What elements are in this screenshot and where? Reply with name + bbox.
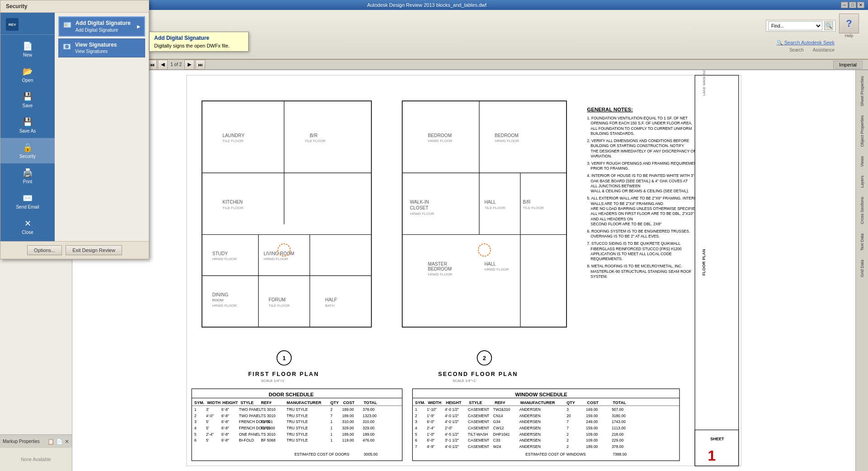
maximize-button[interactable]: □ <box>849 2 856 8</box>
help-button-area[interactable]: ? Help <box>839 14 859 38</box>
tab-sheet-properties[interactable]: Sheet Properties <box>858 72 867 110</box>
svg-text:SYM.: SYM. <box>415 400 425 405</box>
options-button[interactable]: Options... <box>27 245 62 255</box>
find-dropdown[interactable]: Find... <box>768 21 822 30</box>
menu-item-send-email[interactable]: ✉️ Send Email <box>0 189 55 214</box>
svg-text:329.00: 329.00 <box>342 426 354 430</box>
menu-item-close[interactable]: ✕ Close <box>0 214 55 239</box>
none-available-label: None Available <box>0 448 72 471</box>
add-digital-signature-item[interactable]: ✍ Add Digital Signature Add Digital Sign… <box>58 16 145 37</box>
svg-text:189.00: 189.00 <box>342 432 354 437</box>
svg-text:ANDERSEN: ANDERSEN <box>519 444 541 449</box>
close-menu-icon: ✕ <box>24 219 31 228</box>
tab-layers[interactable]: Layers <box>858 171 867 192</box>
send-email-icon: ✉️ <box>23 193 33 203</box>
svg-text:6: 6 <box>194 438 197 442</box>
svg-text:5': 5' <box>206 419 209 424</box>
menu-item-new[interactable]: 📄 New <box>0 37 55 62</box>
last-page-btn[interactable]: ⏭ <box>195 60 205 70</box>
search-autodesk-row: 🔍 Search Autodesk Seek <box>777 40 835 46</box>
svg-text:1: 1 <box>283 355 286 362</box>
svg-text:KITCHEN: KITCHEN <box>222 200 243 205</box>
svg-text:310.00: 310.00 <box>342 419 354 424</box>
help-icon[interactable]: ? <box>839 14 859 33</box>
svg-text:189.00: 189.00 <box>363 432 374 437</box>
svg-text:8. METAL ROOFING IS TO BE MCEL: 8. METAL ROOFING IS TO BE MCELROYMETAL, … <box>587 264 683 268</box>
svg-text:WALK-IN: WALK-IN <box>410 200 429 205</box>
svg-text:507.00: 507.00 <box>612 407 623 412</box>
svg-text:6'-8": 6'-8" <box>222 432 229 437</box>
find-button[interactable]: 🔍 <box>824 21 833 30</box>
menu-item-security[interactable]: 🔒 Security <box>0 138 55 163</box>
svg-text:DOOR SCHEDULE: DOOR SCHEDULE <box>269 392 314 397</box>
svg-text:1: 1 <box>330 419 333 424</box>
svg-text:1: 1 <box>194 407 197 412</box>
tab-views[interactable]: Views <box>858 152 867 171</box>
svg-text:TWO PANEL: TWO PANEL <box>239 407 261 412</box>
svg-text:6'-8": 6'-8" <box>222 407 229 412</box>
markup-properties-bar: Markup Properties 📋 📄 ✕ <box>0 434 72 448</box>
markup-icon-1[interactable]: 📋 <box>47 438 54 445</box>
drawing-area[interactable]: LAUNDRY TILE FLOOR B/R TILE FLOOR KITCHE… <box>72 70 855 471</box>
svg-text:CASEMENT: CASEMENT <box>468 407 489 412</box>
svg-text:159.00: 159.00 <box>586 426 598 430</box>
svg-text:476.00: 476.00 <box>363 438 374 442</box>
svg-text:WIDTH: WIDTH <box>207 400 221 405</box>
svg-text:SCALE 1/4"=1': SCALE 1/4"=1' <box>453 379 476 383</box>
svg-text:TOTAL: TOTAL <box>613 400 626 405</box>
close-button[interactable]: ✕ <box>857 2 864 8</box>
svg-text:DINING: DINING <box>212 292 228 297</box>
svg-text:ARE NO LOAD BARRING UNLESS OTH: ARE NO LOAD BARRING UNLESS OTHERWISE SPE… <box>591 206 699 211</box>
svg-text:FL 301: FL 301 <box>261 419 273 424</box>
svg-text:4. INTERIOR OF HOUSE IS TO BE : 4. INTERIOR OF HOUSE IS TO BE PAINTED WH… <box>587 173 694 178</box>
svg-text:6'-8": 6'-8" <box>222 426 229 430</box>
svg-text:2: 2 <box>415 414 417 418</box>
markup-icon-2[interactable]: 📄 <box>56 438 63 445</box>
svg-text:ROOM: ROOM <box>212 298 223 302</box>
menu-item-print[interactable]: 🖨️ Print <box>0 163 55 189</box>
menu-item-save[interactable]: 💾 Save <box>0 87 55 113</box>
svg-text:5: 5 <box>194 432 197 437</box>
tooltip-title: Add Digital Signature <box>154 35 244 41</box>
markup-icon-3[interactable]: ✕ <box>65 438 69 445</box>
svg-text:CASEMENT: CASEMENT <box>468 444 489 449</box>
svg-text:4'-9": 4'-9" <box>427 444 434 449</box>
svg-text:STYLE: STYLE <box>241 400 254 405</box>
svg-text:MANUFACTURER: MANUFACTURER <box>287 400 321 405</box>
tab-imperial[interactable]: Imperial <box>833 61 863 69</box>
svg-text:VARIATION.: VARIATION. <box>591 154 612 158</box>
svg-text:TS 3010: TS 3010 <box>261 407 275 412</box>
tab-cross-sections[interactable]: Cross Sections <box>858 193 867 228</box>
svg-text:HRWD FLOOR: HRWD FLOOR <box>410 212 434 216</box>
svg-text:229.00: 229.00 <box>612 438 623 442</box>
svg-text:TILE FLOOR: TILE FLOOR <box>222 206 244 210</box>
tab-grid-data[interactable]: Grid Data <box>858 256 867 281</box>
svg-text:FIRST FLOOR PLAN: FIRST FLOOR PLAN <box>248 371 319 377</box>
add-sig-title: Add Digital Signature <box>75 20 131 27</box>
minimize-button[interactable]: ─ <box>841 2 848 8</box>
svg-text:B/R: B/R <box>523 200 531 205</box>
svg-text:4'-0 1/2": 4'-0 1/2" <box>445 444 459 449</box>
exit-design-review-button[interactable]: Exit Design Review <box>66 245 122 255</box>
menu-item-open[interactable]: 📂 Open <box>0 62 55 87</box>
svg-text:6: 6 <box>415 438 417 442</box>
prev-page-btn[interactable]: ◀ <box>158 60 168 70</box>
svg-text:6'-8": 6'-8" <box>222 438 229 442</box>
svg-text:189.00: 189.00 <box>342 407 354 412</box>
svg-text:HRWD FLOOR: HRWD FLOOR <box>484 267 509 271</box>
svg-rect-167 <box>412 389 679 461</box>
svg-text:FORUM: FORUM <box>269 297 285 302</box>
tab-text-data[interactable]: Text Data <box>858 229 867 255</box>
svg-text:SECOND FLOOR PLAN: SECOND FLOOR PLAN <box>438 371 518 377</box>
svg-text:4'-0 1/2": 4'-0 1/2" <box>445 414 459 418</box>
next-page-btn[interactable]: ▶ <box>184 60 194 70</box>
menu-item-save-as[interactable]: 💾 Save As <box>0 113 55 138</box>
view-sig-title: View Signatures <box>75 42 117 49</box>
svg-text:3005.00: 3005.00 <box>364 452 378 457</box>
search-autodesk-link[interactable]: 🔍 Search Autodesk Seek <box>777 40 835 46</box>
view-signatures-item[interactable]: View Signatures View Signatures <box>58 38 145 58</box>
svg-text:CASEMENT: CASEMENT <box>468 419 489 424</box>
tab-object-properties[interactable]: Object Properties <box>858 111 867 151</box>
svg-text:169.00: 169.00 <box>586 407 598 412</box>
svg-text:HRWD FLOOR: HRWD FLOOR <box>428 139 452 143</box>
